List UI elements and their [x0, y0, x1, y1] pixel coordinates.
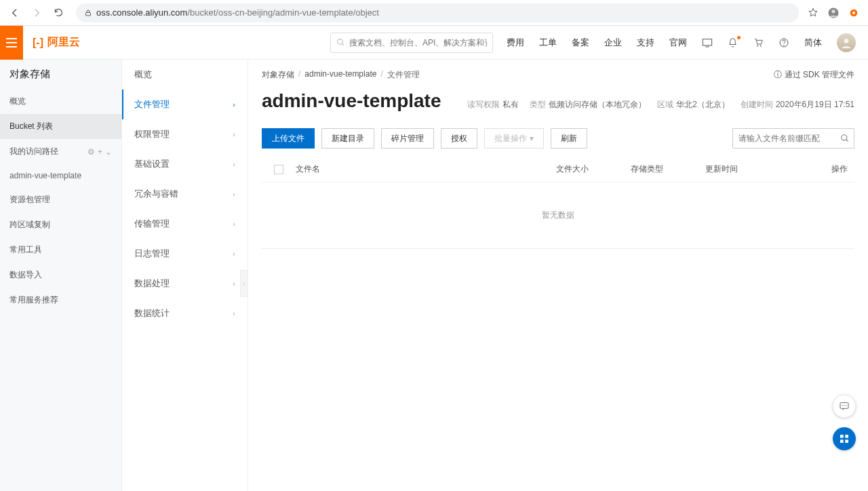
- toolbar: 上传文件 新建目录 碎片管理 授权 批量操作 ▾ 刷新: [262, 124, 854, 157]
- svg-point-7: [757, 45, 758, 47]
- sidebar-item[interactable]: 我的访问路径⚙+⌄: [0, 139, 121, 164]
- avatar[interactable]: [837, 33, 856, 52]
- svg-point-14: [842, 405, 843, 406]
- sidebar2-item[interactable]: 文件管理›: [122, 90, 248, 119]
- chevron-right-icon: ›: [233, 220, 235, 228]
- meta-acl: 私有: [502, 100, 519, 109]
- content-area: 对象存储 / admin-vue-template / 文件管理 ⓘ 通过 SD…: [248, 60, 868, 491]
- logo-text: 阿里云: [47, 35, 80, 50]
- lock-icon: [84, 9, 92, 17]
- sidebar-item[interactable]: 资源包管理: [0, 187, 121, 212]
- sidebar2-item[interactable]: 基础设置›: [122, 149, 248, 179]
- lang-switch[interactable]: 简体: [804, 37, 822, 49]
- file-search[interactable]: [732, 128, 854, 149]
- breadcrumb-item[interactable]: 对象存储: [262, 69, 294, 81]
- top-link-fee[interactable]: 费用: [507, 37, 524, 49]
- top-link-ticket[interactable]: 工单: [539, 37, 557, 49]
- global-search[interactable]: [330, 33, 493, 53]
- sidebar2-item[interactable]: 数据处理›: [122, 269, 248, 298]
- svg-point-10: [783, 45, 784, 45]
- top-nav-links: 费用 工单 备案 企业 支持 官网 简体: [507, 33, 868, 52]
- file-search-input[interactable]: [738, 134, 840, 143]
- svg-point-5: [338, 39, 343, 45]
- svg-point-2: [831, 9, 835, 13]
- global-search-input[interactable]: [349, 38, 487, 47]
- meta-type: 低频访问存储（本地冗余）: [549, 100, 646, 109]
- meta-created: 2020年6月19日 17:51: [776, 100, 854, 109]
- breadcrumb: 对象存储 / admin-vue-template / 文件管理: [262, 69, 420, 81]
- apps-widget[interactable]: [833, 427, 856, 450]
- menu-toggle-button[interactable]: [0, 26, 23, 60]
- bell-icon[interactable]: [728, 37, 738, 48]
- bucket-meta: 读写权限私有 类型低频访问存储（本地冗余） 区域华北2（北京） 创建时间2020…: [467, 99, 854, 111]
- chevron-right-icon: ›: [233, 160, 235, 168]
- nav-forward-icon[interactable]: [27, 3, 46, 22]
- sidebar2-item[interactable]: 概览: [122, 60, 248, 90]
- sidebar-item[interactable]: 概览: [0, 89, 121, 114]
- svg-rect-17: [840, 435, 844, 438]
- plus-icon[interactable]: +: [98, 147, 102, 157]
- url-path: /bucket/oss-cn-beijing/admin-vue-templat…: [187, 7, 379, 18]
- fragment-button[interactable]: 碎片管理: [381, 128, 434, 149]
- sdk-link[interactable]: ⓘ 通过 SDK 管理文件: [774, 69, 854, 81]
- svg-point-8: [760, 45, 762, 47]
- svg-rect-18: [845, 435, 848, 438]
- svg-point-11: [844, 39, 849, 43]
- cart-icon[interactable]: [753, 37, 764, 47]
- url-host: oss.console.aliyun.com: [96, 7, 187, 18]
- nav-reload-icon[interactable]: [49, 3, 68, 22]
- sidebar-item[interactable]: 常用服务推荐: [0, 288, 121, 313]
- auth-button[interactable]: 授权: [441, 128, 477, 149]
- sidebar-item[interactable]: 跨区域复制: [0, 212, 121, 237]
- topbar: [-] 阿里云 费用 工单 备案 企业 支持 官网 简体: [0, 26, 868, 60]
- col-type: 存储类型: [631, 163, 705, 175]
- top-link-support[interactable]: 支持: [637, 37, 654, 49]
- sidebar-secondary: 概览文件管理›权限管理›基础设置›冗余与容错›传输管理›日志管理›数据处理›数据…: [122, 60, 248, 491]
- col-filename: 文件名: [296, 163, 556, 175]
- sidebar2-item[interactable]: 日志管理›: [122, 239, 248, 269]
- screen-icon[interactable]: [702, 38, 713, 47]
- top-link-enterprise[interactable]: 企业: [604, 37, 622, 49]
- sidebar-item[interactable]: 常用工具: [0, 237, 121, 262]
- sidebar-collapse-button[interactable]: ‹: [240, 270, 248, 297]
- sidebar-item[interactable]: admin-vue-template: [0, 164, 121, 187]
- chevron-right-icon: ›: [233, 100, 235, 109]
- chevron-down-icon: ▾: [530, 134, 534, 143]
- svg-rect-6: [703, 39, 711, 45]
- nav-back-icon[interactable]: [5, 3, 24, 22]
- top-link-icp[interactable]: 备案: [572, 37, 589, 49]
- chevron-right-icon: ›: [233, 130, 235, 138]
- new-folder-button[interactable]: 新建目录: [321, 128, 374, 149]
- refresh-button[interactable]: 刷新: [551, 128, 587, 149]
- sidebar2-item[interactable]: 冗余与容错›: [122, 179, 248, 209]
- chevron-right-icon: ›: [233, 190, 235, 198]
- sidebar2-item[interactable]: 传输管理›: [122, 209, 248, 239]
- url-bar[interactable]: oss.console.aliyun.com/bucket/oss-cn-bei…: [76, 3, 799, 22]
- profile-icon[interactable]: [827, 7, 840, 19]
- logo-icon: [-]: [33, 37, 43, 49]
- svg-rect-19: [840, 439, 844, 443]
- select-all-checkbox[interactable]: [274, 165, 283, 174]
- upload-button[interactable]: 上传文件: [262, 128, 315, 149]
- gear-icon[interactable]: ⚙: [87, 147, 95, 157]
- help-icon[interactable]: [778, 37, 789, 48]
- batch-button: 批量操作 ▾: [484, 128, 544, 149]
- breadcrumb-current: 文件管理: [387, 69, 420, 81]
- app-body: 对象存储 概览Bucket 列表我的访问路径⚙+⌄admin-vue-templ…: [0, 60, 868, 491]
- logo[interactable]: [-] 阿里云: [23, 35, 90, 50]
- chevron-down-icon[interactable]: ⌄: [105, 147, 112, 157]
- chevron-right-icon: ›: [233, 279, 235, 288]
- top-link-website[interactable]: 官网: [669, 37, 687, 49]
- sidebar-item[interactable]: 数据导入: [0, 262, 121, 288]
- sidebar2-item[interactable]: 权限管理›: [122, 119, 248, 149]
- help-icon: ⓘ: [774, 69, 782, 81]
- chat-widget[interactable]: [833, 395, 856, 418]
- search-icon[interactable]: [840, 134, 850, 143]
- extension-icon[interactable]: [848, 7, 860, 19]
- breadcrumb-item[interactable]: admin-vue-template: [304, 69, 376, 81]
- browser-chrome: oss.console.aliyun.com/bucket/oss-cn-bei…: [0, 0, 868, 26]
- sidebar-item[interactable]: Bucket 列表: [0, 114, 121, 139]
- sidebar2-item[interactable]: 数据统计›: [122, 298, 248, 328]
- svg-point-12: [842, 135, 847, 140]
- star-icon[interactable]: [807, 7, 819, 19]
